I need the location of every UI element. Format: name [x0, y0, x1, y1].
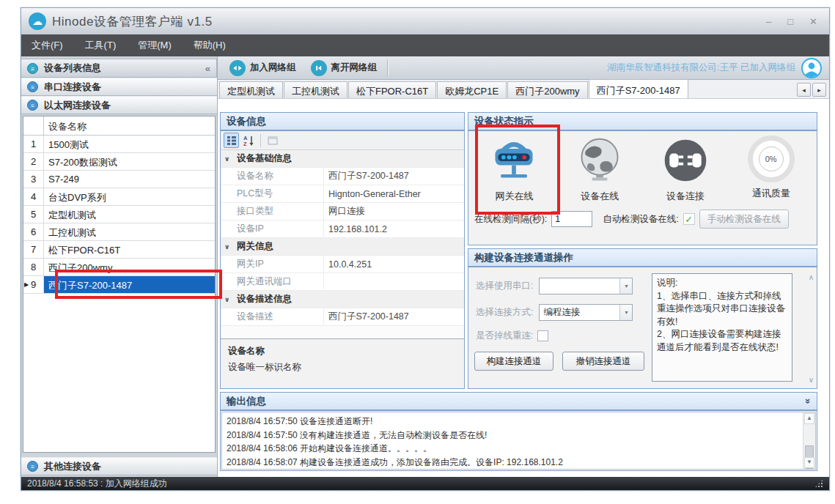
property-row[interactable]: ∨ 设备名称 西门子S7-200-1487 — [221, 168, 464, 185]
device-tab[interactable]: 欧姆龙CP1E — [437, 81, 507, 98]
title-bar: ☁ Hinode设备管理客户端 v1.5 – □ ✕ — [21, 8, 829, 34]
quality-percent: 0% — [765, 155, 777, 163]
revoke-channel-button[interactable]: 撤销连接通道 — [562, 352, 644, 371]
leave-network-group-button[interactable]: 离开网络组 — [304, 58, 385, 78]
device-tab[interactable]: 西门子S7-200-1487 — [589, 79, 688, 98]
property-grid-toolbar: AZ — [221, 131, 464, 150]
log-line: 2018/8/4 16:57:50 没有构建连接通道，无法自动检测设备是否在线! — [227, 429, 799, 442]
svg-text:Z: Z — [243, 141, 247, 147]
menu-item[interactable]: 管理(M) — [138, 39, 172, 52]
build-channel-button[interactable]: 构建连接通道 — [474, 352, 553, 371]
category-collapse-icon: ∨ — [224, 155, 229, 163]
sidebar-item-other-devices[interactable]: ≡ 其他连接设备 — [21, 457, 217, 475]
log-line: 2018/8/4 16:57:50 设备连接通道断开! — [227, 415, 799, 429]
sidebar-collapse-button[interactable]: « — [205, 63, 210, 74]
app-window: ☁ Hinode设备管理客户端 v1.5 – □ ✕ 文件(F)工具(T)管理(… — [21, 7, 830, 491]
annotation-selected-device — [55, 270, 222, 299]
device-tab[interactable]: 工控机测试 — [284, 81, 347, 98]
join-network-icon — [229, 60, 246, 76]
device-row[interactable]: ▶2 S7-200数据测试 — [23, 153, 215, 171]
property-grid: ∨ 设备基础信息 ∨ 设备名称 西门子S7-200-1487 ∨ — [221, 150, 464, 338]
join-network-group-button[interactable]: 加入网络组 — [222, 58, 304, 78]
connect-mode-label: 选择连接方式: — [476, 306, 533, 319]
login-status-text: 湖南华辰智通科技有限公司:王平 已加入网络组 — [607, 62, 795, 74]
manual-detect-button[interactable]: 手动检测设备在线 — [699, 210, 789, 229]
device-row[interactable]: ▶1 1500测试 — [23, 136, 215, 153]
device-list-sidebar: ≡ 设备列表信息 « ≡ 串口连接设备 ≡ 以太网连接设备 设备名称 — [21, 56, 218, 477]
tab-scroll-left-button[interactable]: ◂ — [797, 83, 811, 97]
device-info-panel: 设备信息 AZ ∨ — [220, 112, 465, 389]
device-tab[interactable]: 西门子200wmy — [507, 81, 587, 98]
quality-ring-icon: 0% — [748, 136, 795, 182]
category-collapse-icon: ∨ — [224, 296, 229, 303]
ethernet-section-icon: ≡ — [27, 100, 38, 111]
scroll-up-icon[interactable]: ▲ — [804, 413, 814, 424]
menu-item[interactable]: 文件(F) — [32, 39, 63, 52]
menu-bar: 文件(F)工具(T)管理(M)帮助(H) — [21, 34, 829, 56]
note-scroll-down-icon[interactable]: ∨ — [809, 376, 814, 384]
annotation-gateway-online — [475, 125, 560, 215]
leave-network-icon — [311, 60, 327, 76]
device-table-header: 设备名称 — [23, 116, 215, 136]
serial-port-select[interactable]: ▼ — [539, 278, 633, 294]
property-row[interactable]: ∨ 设备描述 西门子S7-200-1487 — [221, 308, 464, 326]
categorized-view-button[interactable] — [224, 133, 239, 148]
device-tab[interactable]: 松下FPOR-C16T — [348, 81, 436, 98]
property-pages-button[interactable] — [265, 133, 280, 148]
property-row[interactable]: ∨ PLC型号 Hignton-General-Ether — [221, 185, 464, 203]
user-avatar[interactable] — [801, 58, 822, 78]
combo-arrow-icon: ▼ — [619, 305, 632, 320]
network-toolbar: 加入网络组 离开网络组 湖南华辰智通科技有限公司:王平 已加入网络组 — [218, 56, 829, 80]
note-scroll-up-icon[interactable]: ∧ — [809, 273, 814, 281]
property-row[interactable]: ∨ 设备IP 192.168.101.2 — [221, 220, 464, 238]
property-row[interactable]: ∨ 网关信息 — [221, 238, 464, 256]
plug-connect-icon — [661, 136, 710, 185]
device-tab[interactable]: 定型机测试 — [219, 81, 283, 98]
close-button[interactable]: ✕ — [809, 16, 817, 27]
scroll-down-icon[interactable]: ▼ — [804, 457, 814, 468]
log-line: 2018/8/4 16:58:06 开始构建设备连接通道。。。。。 — [227, 442, 799, 456]
toolbar-separator — [387, 59, 388, 77]
device-row[interactable]: ▶4 台达DVP系列 — [23, 188, 215, 206]
reconnect-label: 是否掉线重连: — [476, 330, 533, 342]
property-row[interactable]: ∨ 设备基础信息 — [221, 150, 464, 168]
device-connect-indicator: 设备连接 — [645, 136, 726, 203]
globe-icon — [575, 136, 625, 185]
device-row[interactable]: ▶5 定型机测试 — [23, 206, 215, 223]
log-scrollbar[interactable]: ▲ ▼ — [803, 412, 815, 469]
output-log-area: 2018/8/4 16:57:50 设备连接通道断开!2018/8/4 16:5… — [221, 412, 816, 470]
auto-detect-label: 自动检测设备在线: — [603, 213, 678, 226]
other-section-icon: ≡ — [27, 461, 38, 472]
combo-arrow-icon: ▼ — [619, 278, 632, 294]
auto-detect-checkbox[interactable]: ✓ — [683, 213, 695, 225]
resize-grip[interactable] — [814, 479, 823, 488]
channel-operation-panel: 构建设备连接通道操作 选择使用串口: ▼ 选择连接方式: 编程连接 ▼ — [468, 248, 817, 389]
property-row[interactable]: ∨ 接口类型 网口连接 — [221, 203, 464, 220]
sidebar-item-ethernet-devices[interactable]: ≡ 以太网连接设备 — [21, 96, 217, 114]
menu-item[interactable]: 工具(T) — [85, 39, 117, 52]
window-title: Hinode设备管理客户端 v1.5 — [52, 13, 213, 30]
output-collapse-icon[interactable]: » — [803, 399, 814, 404]
reconnect-checkbox[interactable] — [537, 330, 548, 341]
property-row[interactable]: ∨ 网关IP 10.0.4.251 — [221, 256, 464, 273]
maximize-button[interactable]: □ — [787, 16, 793, 27]
alphabetical-sort-button[interactable]: AZ — [241, 133, 257, 148]
property-row[interactable]: ∨ 设备描述信息 — [221, 291, 464, 308]
minimize-button[interactable]: – — [766, 16, 771, 27]
sidebar-item-serial-devices[interactable]: ≡ 串口连接设备 — [21, 78, 217, 96]
menu-item[interactable]: 帮助(H) — [194, 39, 226, 52]
device-row[interactable]: ▶3 S7-249 — [23, 171, 215, 188]
property-description-text: 设备唯一标识名称 — [228, 361, 457, 374]
comm-quality-indicator: 0% 通讯质量 — [731, 136, 812, 203]
property-row[interactable]: ∨ 网关通讯端口 — [221, 273, 464, 291]
tab-scroll-right-button[interactable]: ▸ — [812, 83, 826, 97]
device-row[interactable]: ▶7 松下FPOR-C16T — [23, 241, 215, 259]
app-status-bar: 2018/8/4 16:58:53 : 加入网络组成功 — [21, 477, 829, 490]
connect-mode-select[interactable]: 编程连接 ▼ — [539, 304, 633, 321]
main-area: 加入网络组 离开网络组 湖南华辰智通科技有限公司:王平 已加入网络组 — [218, 56, 829, 477]
sidebar-header: ≡ 设备列表信息 « — [21, 59, 217, 78]
interval-label: 在线检测间隔(秒): — [474, 213, 547, 226]
device-row[interactable]: ▶6 工控机测试 — [23, 223, 215, 241]
app-logo-cloud-icon: ☁ — [29, 12, 46, 30]
device-info-title: 设备信息 — [227, 115, 266, 128]
